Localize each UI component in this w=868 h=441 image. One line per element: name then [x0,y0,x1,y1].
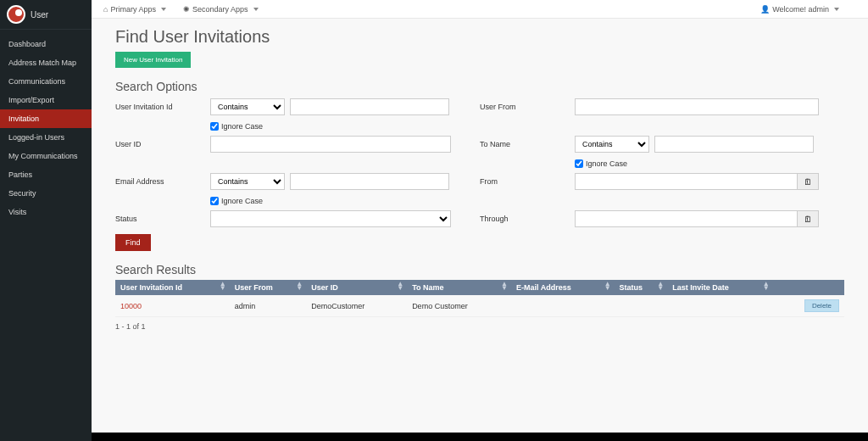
sidebar-item-security[interactable]: Security [0,184,92,203]
user-from-input[interactable] [575,98,819,115]
ignore-case-label: Ignore Case [221,122,263,131]
sidebar: User DashboardAddress Match MapCommunica… [0,0,92,441]
label-email: Email Address [115,173,210,186]
user-icon: 👤 [760,5,770,14]
content: Find User Invitations New User Invitatio… [92,19,868,433]
sidebar-header: User [0,0,92,30]
find-button[interactable]: Find [115,234,151,251]
sidebar-nav: DashboardAddress Match MapCommunications… [0,35,92,221]
from-date-input[interactable] [575,173,797,190]
new-user-invitation-button[interactable]: New User Invitation [115,52,191,68]
table-row: 10000adminDemoCustomerDemo CustomerDelet… [115,295,844,317]
sort-icon: ▲▼ [604,282,611,290]
user-id-input[interactable] [210,136,451,153]
chevron-down-icon [253,8,259,11]
chevron-down-icon [161,8,166,11]
column-header[interactable]: User Invitation Id▲▼ [115,280,230,295]
column-header[interactable]: To Name▲▼ [407,280,511,295]
through-date-picker-button[interactable]: 🗓 [797,210,819,227]
sidebar-item-dashboard[interactable]: Dashboard [0,35,92,53]
gear-icon: ✺ [183,5,190,14]
label-to-name: To Name [480,136,575,148]
sidebar-item-parties[interactable]: Parties [0,165,92,184]
sidebar-item-my-communications[interactable]: My Communications [0,147,92,165]
cell: Demo Customer [407,295,511,317]
cell [615,295,668,317]
sort-icon: ▲▼ [296,282,303,290]
column-header[interactable] [773,280,844,295]
label-from-date: From [480,173,575,186]
sidebar-item-communications[interactable]: Communications [0,72,92,91]
sort-icon: ▲▼ [220,282,226,290]
home-icon: ⌂ [103,5,108,14]
cell [667,295,773,317]
topbar: ⌂ Primary Apps ✺ Secondary Apps 👤 Welcom… [92,0,868,19]
primary-apps-label: Primary Apps [110,5,156,14]
delete-button[interactable]: Delete [804,299,839,312]
label-user-from: User From [480,98,575,111]
logo-icon [7,5,25,24]
invitation-id-link[interactable]: 10000 [120,302,142,310]
cell: 10000 [115,295,230,317]
pager-info: 1 - 1 of 1 [115,322,844,331]
column-header[interactable]: User ID▲▼ [306,280,407,295]
ignore-case-label: Ignore Case [221,197,263,205]
email-op-select[interactable]: Contains [210,173,285,190]
sidebar-item-import-export[interactable]: Import/Export [0,91,92,109]
search-options-title: Search Options [115,80,844,93]
column-header[interactable]: Status▲▼ [615,280,668,295]
label-user-id: User ID [115,136,210,148]
sort-icon: ▲▼ [397,282,403,290]
app-name: User [31,10,48,20]
sort-icon: ▲▼ [501,282,508,290]
results-table: User Invitation Id▲▼User From▲▼User ID▲▼… [115,280,844,317]
status-select[interactable] [210,210,451,227]
column-header[interactable]: E-Mail Address▲▼ [511,280,615,295]
sort-icon: ▲▼ [763,282,770,290]
label-status: Status [115,210,210,223]
sidebar-item-visits[interactable]: Visits [0,203,92,221]
chevron-down-icon [834,8,839,11]
user-invitation-id-op-select[interactable]: Contains [210,98,285,115]
welcome-label: Welcome! admin [772,5,829,14]
sidebar-item-invitation[interactable]: Invitation [0,109,92,128]
to-name-ignore-case-checkbox[interactable] [575,159,583,168]
calendar-icon: 🗓 [804,215,812,224]
ignore-case-label: Ignore Case [586,159,627,168]
label-through-date: Through [480,210,575,223]
to-name-input[interactable] [654,136,814,153]
calendar-icon: 🗓 [804,177,812,187]
page-title: Find User Invitations [115,27,844,47]
user-invitation-id-ignore-case-checkbox[interactable] [210,122,219,131]
sidebar-item-address-match-map[interactable]: Address Match Map [0,53,92,72]
footer [92,433,868,441]
email-input[interactable] [290,173,449,190]
cell: DemoCustomer [306,295,407,317]
cell [511,295,615,317]
from-date-picker-button[interactable]: 🗓 [797,173,819,190]
email-ignore-case-checkbox[interactable] [210,197,219,205]
secondary-apps-label: Secondary Apps [192,5,248,14]
column-header[interactable]: Last Invite Date▲▼ [667,280,773,295]
secondary-apps-menu[interactable]: ✺ Secondary Apps [183,5,259,14]
label-user-invitation-id: User Invitation Id [115,98,210,111]
cell: admin [230,295,306,317]
primary-apps-menu[interactable]: ⌂ Primary Apps [103,5,166,14]
user-invitation-id-input[interactable] [290,98,449,115]
sort-icon: ▲▼ [657,282,664,290]
cell: Delete [773,295,844,317]
to-name-op-select[interactable]: Contains [575,136,649,153]
column-header[interactable]: User From▲▼ [230,280,306,295]
through-date-input[interactable] [575,210,797,227]
search-results-title: Search Results [115,263,844,276]
sidebar-item-logged-in-users[interactable]: Logged-in Users [0,128,92,147]
user-menu[interactable]: 👤 Welcome! admin [760,5,839,14]
